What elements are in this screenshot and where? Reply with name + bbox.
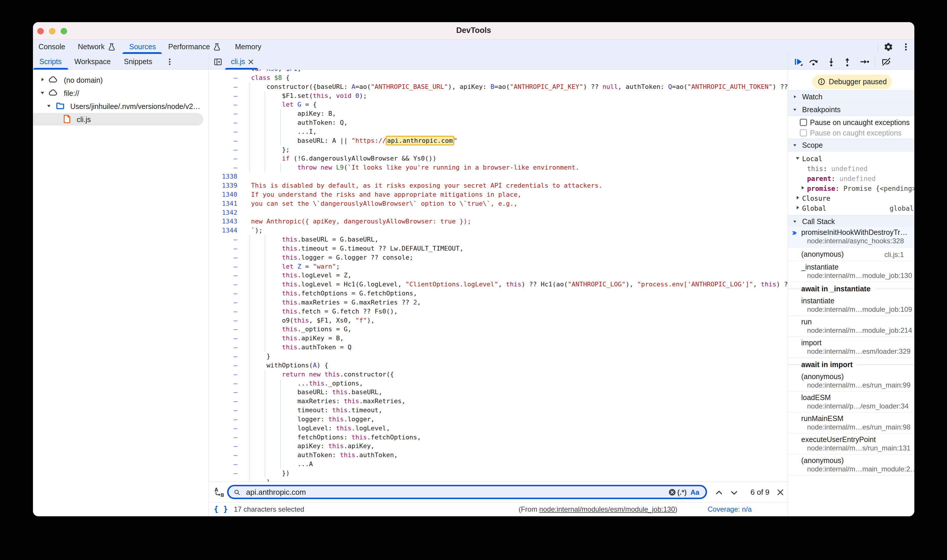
code-line[interactable]: – authToken: this.authToken, xyxy=(209,451,788,460)
code-line[interactable]: – } xyxy=(209,352,788,361)
kebab-menu-icon[interactable] xyxy=(901,42,911,52)
code-line[interactable]: – this.fetchOptions = G.fetchOptions, xyxy=(209,289,788,298)
tree-item-cli-js[interactable]: cli.js xyxy=(33,113,208,126)
scope-row-local[interactable]: Local xyxy=(788,154,915,164)
code-line[interactable]: – } xyxy=(209,478,788,482)
line-number[interactable]: – xyxy=(214,262,238,271)
code-line[interactable]: – logger: this.logger, xyxy=(209,415,788,424)
scope-row-parent[interactable]: parent: undefined xyxy=(788,174,915,183)
line-number[interactable]: – xyxy=(214,379,238,388)
sidebar-tab-snippets[interactable]: Snippets xyxy=(124,54,152,69)
code-line[interactable]: –class $8 { xyxy=(209,74,788,83)
code-line[interactable]: –var Xs0, $F1; xyxy=(209,70,788,74)
call-stack-frame[interactable]: loadESMnode:internal/p…/esm_loader:34 xyxy=(788,392,915,412)
line-number[interactable]: – xyxy=(214,442,238,451)
line-number[interactable]: 1344 xyxy=(214,226,238,235)
code-line[interactable]: – return new this.constructor({ xyxy=(209,370,788,379)
main-tab-performance[interactable]: Performance xyxy=(168,40,221,54)
pretty-print-icon[interactable]: { } xyxy=(214,505,228,513)
line-number[interactable]: 1340 xyxy=(214,190,238,199)
source-origin-link[interactable]: node:internal/modules/esm/module_job:130 xyxy=(539,505,675,513)
code-line[interactable]: – baseURL: A || "https://api.anthropic.c… xyxy=(209,136,788,145)
main-tab-network[interactable]: Network xyxy=(78,40,116,54)
code-line[interactable]: – this.fetch = G.fetch ?? Fs0(), xyxy=(209,307,788,316)
disclosure-right-icon[interactable] xyxy=(794,205,800,211)
replace-toggle-icon[interactable]: AB xyxy=(214,487,225,498)
checkbox-box[interactable] xyxy=(800,119,807,126)
code-line[interactable]: – authToken: Q, xyxy=(209,118,788,127)
code-line[interactable]: – timeout: this.timeout, xyxy=(209,406,788,415)
code-line[interactable]: – this.authToken = Q xyxy=(209,343,788,352)
line-number[interactable]: – xyxy=(214,406,238,415)
code-line[interactable]: 1340If you understand the risks and have… xyxy=(209,190,788,199)
section-scope[interactable]: Scope xyxy=(788,139,915,151)
section-breakpoints[interactable]: Breakpoints xyxy=(788,103,915,116)
line-number[interactable]: – xyxy=(214,298,238,307)
code-line[interactable]: – maxRetries: this.maxRetries, xyxy=(209,397,788,406)
code-line[interactable]: – ...I, xyxy=(209,127,788,136)
code-line[interactable]: – this.apiKey = B, xyxy=(209,334,788,343)
step-icon[interactable] xyxy=(859,57,870,68)
code-line[interactable]: – baseURL: this.baseURL, xyxy=(209,388,788,397)
code-line[interactable]: – o9(this, $F1, Xs0, "f"), xyxy=(209,316,788,325)
line-number[interactable]: – xyxy=(214,127,238,136)
search-query-text[interactable]: api.anthropic.com xyxy=(246,482,306,502)
line-number[interactable]: – xyxy=(214,91,238,100)
line-number[interactable]: – xyxy=(214,424,238,433)
line-number[interactable]: – xyxy=(214,316,238,325)
line-number[interactable]: 1342 xyxy=(214,208,238,217)
code-line[interactable]: – this.baseURL = G.baseURL, xyxy=(209,235,788,244)
disclosure-right-icon[interactable] xyxy=(39,76,45,83)
resume-icon[interactable] xyxy=(793,57,804,68)
code-line[interactable]: – withOptions(A) { xyxy=(209,361,788,370)
line-number[interactable]: 1338 xyxy=(214,172,238,181)
line-number[interactable]: – xyxy=(214,289,238,298)
step-over-icon[interactable] xyxy=(808,57,819,68)
line-number[interactable]: – xyxy=(214,307,238,316)
line-number[interactable]: – xyxy=(214,235,238,244)
line-number[interactable]: – xyxy=(214,163,238,172)
line-number[interactable]: – xyxy=(214,136,238,145)
regex-toggle[interactable]: (.*) xyxy=(677,482,686,503)
code-line[interactable]: 1343new Anthropic({ apiKey, dangerouslyA… xyxy=(209,217,788,226)
disclosure-down-icon[interactable] xyxy=(39,89,45,95)
tree-item--no-domain-[interactable]: (no domain) xyxy=(33,74,208,86)
line-number[interactable]: – xyxy=(214,145,238,154)
line-number[interactable]: 1341 xyxy=(214,199,238,208)
code-line[interactable]: – this.logLevel = Hc1(G.logLevel, "Clien… xyxy=(209,280,788,289)
scope-row-global[interactable]: Globalglobal xyxy=(788,203,915,213)
tree-item-users-jinhuilee-nvm-versions-node-v2-[interactable]: Users/jinhuilee/.nvm/versions/node/v2… xyxy=(33,100,208,113)
code-line[interactable]: – apiKey: B, xyxy=(209,109,788,118)
main-tab-sources[interactable]: Sources xyxy=(129,40,156,54)
search-clear-icon[interactable] xyxy=(668,488,676,497)
call-stack-frame[interactable]: (anonymous)node:internal/m…main_module:2… xyxy=(788,455,915,475)
code-line[interactable]: – this.logLevel = Z, xyxy=(209,271,788,280)
gear-icon[interactable] xyxy=(884,42,893,52)
line-number[interactable]: – xyxy=(214,469,238,478)
code-line[interactable]: – this._options = G, xyxy=(209,325,788,334)
line-number[interactable]: – xyxy=(214,70,238,74)
code-line[interactable]: – let Z = "warn"; xyxy=(209,262,788,271)
call-stack-frame[interactable]: runMainESMnode:internal/m…es/run_main:98 xyxy=(788,413,915,434)
code-line[interactable]: 1344`); xyxy=(209,226,788,235)
checkbox-pause-on-uncaught-exceptions[interactable]: Pause on uncaught exceptions xyxy=(788,117,915,128)
line-number[interactable]: – xyxy=(214,244,238,253)
scope-row-promise[interactable]: promise: Promise {<pending>} xyxy=(788,183,915,194)
line-number[interactable]: – xyxy=(214,325,238,334)
sidebar-tab-workspace[interactable]: Workspace xyxy=(74,54,111,69)
search-prev-icon[interactable] xyxy=(715,488,723,497)
step-into-icon[interactable] xyxy=(826,57,836,68)
code-line[interactable]: 1338 xyxy=(209,172,788,181)
step-out-icon[interactable] xyxy=(842,57,853,68)
code-line[interactable]: – fetchOptions: this.fetchOptions, xyxy=(209,433,788,442)
code-line[interactable]: 1341you can set the \`dangerouslyAllowBr… xyxy=(209,199,788,208)
line-number[interactable]: – xyxy=(214,433,238,442)
line-number[interactable]: – xyxy=(214,154,238,163)
section-call-stack[interactable]: Call Stack xyxy=(788,215,915,228)
code-line[interactable]: – ...A xyxy=(209,460,788,469)
call-stack-frame[interactable]: _instantiatenode:internal/m…module_job:1… xyxy=(788,262,915,282)
code-line[interactable]: – $F1.set(this, void 0); xyxy=(209,91,788,100)
line-number[interactable]: 1339 xyxy=(214,181,238,190)
code-line[interactable]: – throw new L9(`It looks like you're run… xyxy=(209,163,788,172)
line-number[interactable]: – xyxy=(214,334,238,343)
